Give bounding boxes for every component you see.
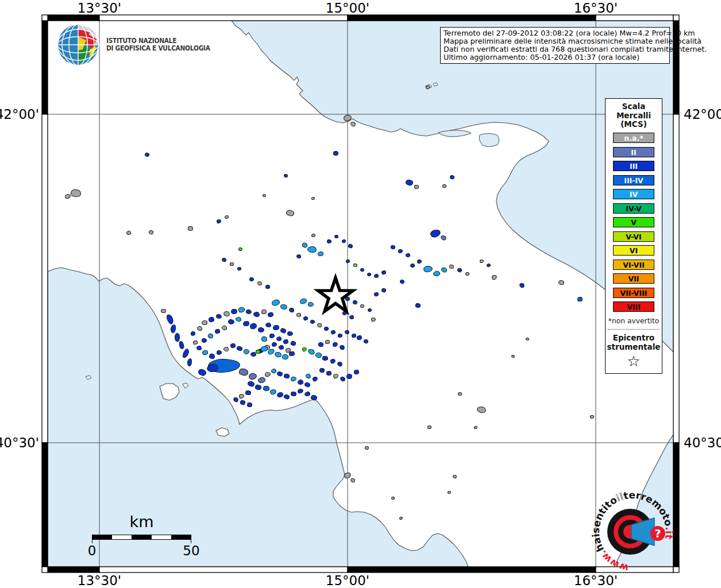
info-line-update: Ultimo aggiornamento: 05-01-2026 01:37 (…: [444, 53, 666, 61]
epicenter-star: [318, 278, 353, 311]
axis-bottom-15-00: 15°00': [326, 573, 369, 588]
axis-top-16-30: 16°30': [574, 1, 618, 16]
legend-footnote: *non avvertito: [606, 317, 662, 325]
legend-swatch: IV-V: [613, 203, 654, 214]
info-line-data: Dati non verificati estratti da 768 ques…: [444, 45, 666, 53]
axis-left-42-00: 42°00': [0, 107, 39, 122]
info-line-event: Terremoto del 27-09-2012 03:08:22 (ora l…: [444, 29, 666, 37]
ingv-name-line1: ISTITUTO NAZIONALE: [106, 37, 210, 45]
mercalli-legend: Scala Mercalli (MCS) n.a.*IIIIIIII-IVIVI…: [605, 98, 662, 374]
legend-swatch: n.a.*: [613, 133, 654, 143]
info-line-map: Mappa preliminare delle intensità macros…: [444, 37, 666, 45]
macroseismic-map-page: 13°30' 15°00' 16°30' 13°30' 15°00' 16°30…: [0, 0, 721, 588]
legend-swatch: IV: [613, 189, 654, 199]
legend-swatch: VI-VII: [613, 260, 654, 270]
axis-right-40-30: 40°30': [684, 435, 721, 450]
legend-swatch: VII: [613, 273, 654, 284]
ingv-name-line2: DI GEOFISICA E VULCANOLOGIA: [106, 45, 210, 53]
scale-start-label: 0: [88, 543, 97, 558]
legend-swatch: VI: [613, 245, 654, 256]
legend-separator: [608, 329, 660, 330]
haisentito-logo: ? www.haisentitoilterremoto.it: [582, 481, 688, 585]
legend-swatch: VIII: [613, 301, 654, 312]
legend-title: Scala Mercalli (MCS): [606, 102, 662, 129]
legend-star-icon: ☆: [606, 354, 662, 369]
legend-epicenter-label: Epicentro strumentale: [606, 333, 662, 351]
scale-bar-segments: [92, 535, 191, 540]
legend-items: n.a.*IIIIIIII-IVIVIV-VVV-VIVIVI-VIIVIIVI…: [606, 133, 662, 312]
scale-end-label: 50: [183, 543, 199, 558]
axis-left-40-30: 40°30': [0, 435, 39, 450]
ingv-wordmark: ISTITUTO NAZIONALE DI GEOFISICA E VULCAN…: [106, 37, 210, 53]
legend-swatch: V-VI: [613, 231, 654, 242]
legend-swatch: VII-VIII: [613, 288, 654, 298]
legend-swatch: III-IV: [613, 175, 654, 185]
ingv-logo: ISTITUTO NAZIONALE DI GEOFISICA E VULCAN…: [56, 23, 219, 67]
axis-bottom-13-30: 13°30': [78, 573, 121, 588]
axis-right-42-00: 42°00': [684, 107, 721, 122]
legend-swatch: V: [613, 217, 654, 227]
axis-top-13-30: 13°30': [78, 1, 121, 16]
ingv-globe-icon: [56, 23, 100, 67]
scale-bar-numbers: 0 50: [92, 543, 191, 558]
legend-swatch: III: [613, 161, 654, 171]
axis-top-15-00: 15°00': [326, 1, 369, 16]
scale-bar-unit: km: [92, 513, 191, 531]
legend-swatch: II: [613, 147, 654, 157]
scale-bar: km 0 50: [92, 513, 191, 558]
earthquake-info-box: Terremoto del 27-09-2012 03:08:22 (ora l…: [440, 27, 670, 64]
logo-question-mark: ?: [654, 527, 661, 540]
